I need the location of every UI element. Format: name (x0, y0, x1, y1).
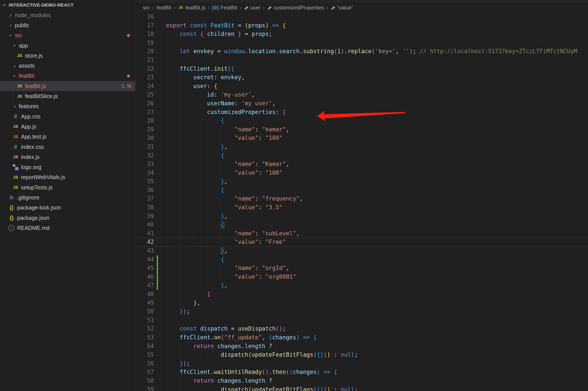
sidebar-item-logo.svg[interactable]: logo.svg (0, 162, 135, 172)
code-line-38[interactable]: 38 "value": "3.5" (135, 203, 588, 212)
code-line-22[interactable]: 22 ffcClient.init({ (135, 65, 588, 73)
code-line-43[interactable]: 43 }, (135, 247, 588, 255)
code-line-18[interactable]: 18 const { children } = props; (135, 30, 588, 39)
code-line-27[interactable]: 27 customizedProperties: [ (135, 108, 588, 117)
line-number[interactable]: 54 (135, 342, 154, 351)
breadcrumb-item-featBit[interactable]: featBit (156, 4, 171, 11)
code-line-21[interactable]: 21 (135, 56, 588, 65)
line-number[interactable]: 55 (135, 351, 154, 359)
line-number[interactable]: 52 (135, 324, 154, 333)
code-line-25[interactable]: 25 id: 'my-user', (135, 91, 588, 99)
code-line-37[interactable]: 37 "name": "frequency", (135, 195, 588, 203)
line-number[interactable]: 42 (135, 238, 154, 247)
sidebar-item-store.js[interactable]: JSstore.js (0, 51, 135, 61)
breadcrumb-item-FeatBit[interactable]: [⊘]FeatBit (212, 4, 237, 11)
sidebar-item-README.md[interactable]: iREADME.md (0, 223, 135, 233)
code-line-56[interactable]: 56 }); (135, 359, 588, 368)
line-number[interactable]: 25 (135, 91, 154, 99)
sidebar-item-index.js[interactable]: JSindex.js (0, 152, 135, 162)
explorer-root-folder[interactable]: › INTERACTIVE-DEMO-REACT (0, 0, 135, 10)
line-number[interactable]: 30 (135, 134, 154, 143)
line-number[interactable]: 27 (135, 108, 154, 117)
code-line-28[interactable]: 28 { (135, 116, 588, 125)
line-number[interactable]: 29 (135, 125, 154, 134)
code-line-26[interactable]: 26 userName: 'my user', (135, 99, 588, 108)
line-number[interactable]: 20 (135, 47, 154, 56)
code-line-34[interactable]: 34 "value": "100" (135, 169, 588, 177)
sidebar-item-public[interactable]: ›public (0, 20, 135, 30)
line-number[interactable]: 56 (135, 359, 154, 368)
sidebar-item-node_modules[interactable]: ›node_modules (0, 10, 135, 20)
line-number[interactable]: 19 (135, 39, 154, 47)
sidebar-item-package.json[interactable]: {}package.json (0, 213, 135, 223)
line-number[interactable]: 16 (135, 12, 154, 21)
line-number[interactable]: 21 (135, 56, 154, 65)
sidebar-item-features[interactable]: ›features (0, 101, 135, 111)
line-number[interactable]: 46 (135, 273, 154, 281)
sidebar-item-app[interactable]: ›app (0, 40, 135, 51)
code-line-39[interactable]: 39 }, (135, 212, 588, 221)
sidebar-item-package-lock.json[interactable]: {}package-lock.json (0, 203, 135, 213)
line-number[interactable]: 58 (135, 377, 154, 385)
line-number[interactable]: 38 (135, 203, 154, 212)
sidebar-item-assets[interactable]: ›assets (0, 61, 135, 71)
code-line-54[interactable]: 54 return changes.length ? (135, 342, 588, 351)
breadcrumb-item-src[interactable]: src (143, 4, 150, 11)
code-line-58[interactable]: 58 return changes.length ? (135, 377, 588, 385)
code-line-32[interactable]: 32 { (135, 151, 588, 160)
code-line-53[interactable]: 53 ffcClient.on("ff_update", (changes) =… (135, 333, 588, 342)
sidebar-item-featBitSlice.js[interactable]: JSfeatBitSlice.js (0, 91, 135, 101)
sidebar-item-index.css[interactable]: #index.css (0, 142, 135, 152)
sidebar-item-reportWebVitals.js[interactable]: JSreportWebVitals.js (0, 172, 135, 182)
code-line-23[interactable]: 23 secret: envkey, (135, 73, 588, 82)
line-number[interactable]: 47 (135, 281, 154, 290)
code-line-20[interactable]: 20 let envkey = window.location.search.s… (135, 47, 588, 56)
code-line-41[interactable]: 41 "name": "subLevel", (135, 229, 588, 238)
code-line-50[interactable]: 50 }); (135, 307, 588, 316)
line-number[interactable]: 36 (135, 186, 154, 195)
sidebar-item-App.test.js[interactable]: JSApp.test.js (0, 132, 135, 142)
code-line-40[interactable]: 40 { (135, 220, 588, 229)
line-number[interactable]: 45 (135, 264, 154, 273)
line-number[interactable]: 59 (135, 385, 154, 391)
code-line-42[interactable]: 42 "value": "Free" (135, 238, 588, 247)
line-number[interactable]: 40 (135, 220, 154, 229)
breadcrumb-item-user[interactable]: user (244, 4, 261, 11)
code-line-16[interactable]: 16 (135, 12, 588, 21)
breadcrumb-item-featBit.js[interactable]: JSfeatBit.js (178, 4, 205, 11)
sidebar-item-src[interactable]: ›src (0, 30, 135, 40)
line-number[interactable]: 35 (135, 177, 154, 186)
line-number[interactable]: 49 (135, 299, 154, 307)
line-number[interactable]: 39 (135, 212, 154, 221)
code-line-55[interactable]: 55 dispatch(updateFeatBitFlags({})) : nu… (135, 351, 588, 359)
line-number[interactable]: 24 (135, 82, 154, 91)
line-number[interactable]: 51 (135, 316, 154, 325)
breadcrumb-item-value[interactable]: "value" (331, 4, 353, 11)
line-number[interactable]: 44 (135, 255, 154, 264)
code-line-59[interactable]: 59 dispatch(updateFeatBitFlags({})) : nu… (135, 385, 588, 391)
code-line-36[interactable]: 36 { (135, 186, 588, 195)
sidebar-item-.gitignore[interactable]: .gitignore (0, 193, 135, 202)
line-number[interactable]: 34 (135, 169, 154, 177)
sidebar-item-featBit.js[interactable]: JSfeatBit.js1, M (0, 81, 135, 91)
code-line-52[interactable]: 52 const dispatch = useDispatch(); (135, 324, 588, 333)
line-number[interactable]: 57 (135, 368, 154, 377)
line-number[interactable]: 18 (135, 30, 154, 39)
line-number[interactable]: 23 (135, 73, 154, 82)
code-line-44[interactable]: 44 { (135, 255, 588, 264)
sidebar-item-App.css[interactable]: #App.css (0, 111, 135, 121)
line-number[interactable]: 31 (135, 143, 154, 151)
code-line-48[interactable]: 48 ] (135, 290, 588, 299)
code-line-30[interactable]: 30 "value": "100" (135, 134, 588, 143)
code-line-45[interactable]: 45 "name": "orgId", (135, 264, 588, 273)
line-number[interactable]: 43 (135, 247, 154, 255)
code-line-29[interactable]: 29 "name": "kamar", (135, 125, 588, 134)
code-line-19[interactable]: 19 (135, 39, 588, 47)
code-line-49[interactable]: 49 }, (135, 299, 588, 307)
code-line-47[interactable]: 47 }, (135, 281, 588, 290)
line-number[interactable]: 41 (135, 229, 154, 238)
code-line-31[interactable]: 31 }, (135, 143, 588, 151)
code-line-51[interactable]: 51 (135, 316, 588, 325)
sidebar-item-App.js[interactable]: JSApp.js (0, 121, 135, 132)
sidebar-item-featBit[interactable]: ›featBit (0, 71, 135, 81)
